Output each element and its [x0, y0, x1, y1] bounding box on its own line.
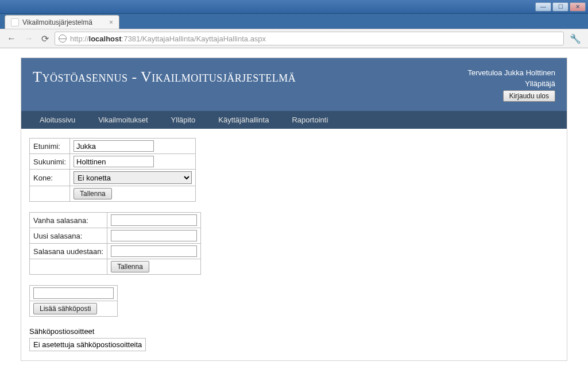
password-empty-cell	[30, 259, 107, 275]
nav-item-home[interactable]: Aloitussivu	[28, 111, 87, 129]
tab-title: Vikailmoitusjärjestelmä	[22, 18, 92, 26]
repeatpw-input[interactable]	[111, 245, 197, 257]
reload-button[interactable]: ⟳	[39, 32, 51, 45]
url-display: http://localhost:7381/KayttajaHallinta/K…	[70, 34, 266, 43]
repeatpw-label: Salasana uudestaan:	[30, 244, 107, 259]
page-title: Työstöasennus - Vikailmoitusjärjestelmä	[33, 68, 296, 86]
banner-user-area: Tervetuloa Jukka Holttinen Ylläpitäjä Ki…	[468, 68, 555, 102]
browser-toolbar: ← → ⟳ http://localhost:7381/KayttajaHall…	[0, 29, 588, 48]
page-container: Työstöasennus - Vikailmoitusjärjestelmä …	[21, 57, 567, 361]
oldpw-input[interactable]	[111, 214, 197, 226]
browser-viewport: Työstöasennus - Vikailmoitusjärjestelmä …	[0, 48, 588, 388]
email-list-empty: Ei asetettuja sähköpostiosoitteita	[29, 338, 146, 351]
email-add-form: Lisää sähköposti	[29, 285, 118, 317]
back-button[interactable]: ←	[5, 32, 18, 45]
role-text: Ylläpitäjä	[468, 79, 555, 88]
favicon-icon	[11, 18, 19, 26]
email-input[interactable]	[33, 287, 114, 299]
nav-item-faultreports[interactable]: Vikailmoitukset	[87, 111, 159, 129]
welcome-text: Tervetuloa Jukka Holttinen	[468, 68, 555, 77]
address-bar[interactable]: http://localhost:7381/KayttajaHallinta/K…	[55, 32, 564, 45]
newpw-label: Uusi salasana:	[30, 228, 107, 244]
nav-item-maintenance[interactable]: Ylläpito	[160, 111, 207, 129]
tab-close-icon[interactable]: ×	[109, 18, 113, 26]
newpw-input[interactable]	[111, 230, 197, 241]
machine-select[interactable]: Ei konetta	[74, 171, 192, 184]
logout-button[interactable]: Kirjaudu ulos	[503, 90, 555, 102]
window-button-group: — ☐ ✕	[535, 2, 586, 11]
settings-icon[interactable]: 🔧	[567, 32, 583, 45]
machine-label: Kone:	[30, 170, 70, 186]
browser-tab[interactable]: Vikailmoitusjärjestelmä ×	[5, 15, 119, 29]
lastname-label: Sukunimi:	[30, 154, 70, 170]
oldpw-label: Vanha salasana:	[30, 213, 107, 228]
window-close-button[interactable]: ✕	[570, 2, 586, 11]
nav-item-reporting[interactable]: Raportointi	[280, 111, 339, 129]
content-area: Etunimi: Sukunimi: Kone: Ei konetta	[21, 129, 567, 360]
window-minimize-button[interactable]: —	[535, 2, 551, 11]
page-banner: Työstöasennus - Vikailmoitusjärjestelmä …	[21, 58, 567, 111]
top-nav: Aloitussivu Vikailmoitukset Ylläpito Käy…	[21, 111, 567, 129]
add-email-button[interactable]: Lisää sähköposti	[33, 303, 97, 314]
lastname-input[interactable]	[74, 156, 154, 167]
password-form: Vanha salasana: Uusi salasana: Salasana …	[29, 212, 201, 275]
browser-tabstrip: Vikailmoitusjärjestelmä ×	[0, 14, 588, 29]
profile-save-button[interactable]: Tallenna	[74, 188, 112, 199]
profile-form: Etunimi: Sukunimi: Kone: Ei konetta	[29, 138, 196, 202]
firstname-label: Etunimi:	[30, 139, 70, 154]
password-save-button[interactable]: Tallenna	[111, 261, 149, 272]
window-titlebar: — ☐ ✕	[0, 0, 588, 14]
email-list-heading: Sähköpostiosoitteet	[29, 327, 559, 336]
forward-button: →	[22, 32, 36, 45]
profile-empty-cell	[30, 186, 70, 202]
nav-item-usermgmt[interactable]: Käyttäjähallinta	[207, 111, 280, 129]
firstname-input[interactable]	[74, 140, 154, 152]
globe-icon	[59, 34, 67, 43]
window-maximize-button[interactable]: ☐	[552, 2, 568, 11]
